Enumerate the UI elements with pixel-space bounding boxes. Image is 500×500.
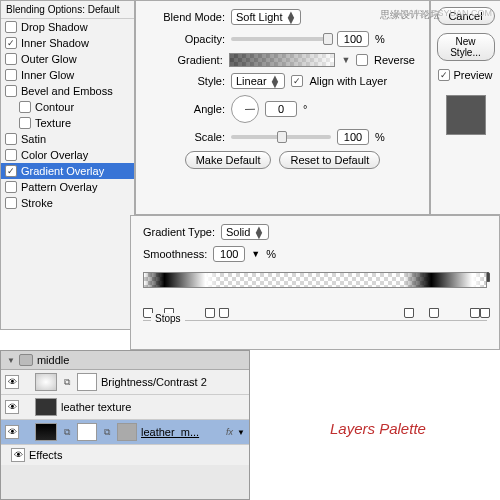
folder-icon [19,354,33,366]
style-item-inner-glow[interactable]: Inner Glow [1,67,134,83]
style-label: Pattern Overlay [21,181,97,193]
reverse-label: Reverse [374,54,415,66]
style-label: Inner Shadow [21,37,89,49]
scale-input[interactable]: 100 [337,129,369,145]
percent-label: % [266,248,276,260]
style-label: Satin [21,133,46,145]
updown-icon: ▲▼ [253,226,264,238]
gradient-label: Gradient: [150,54,223,66]
degree-label: ° [303,103,307,115]
style-value: Linear [236,75,267,87]
color-stop[interactable] [219,308,229,318]
style-item-stroke[interactable]: Stroke [1,195,134,211]
visibility-icon[interactable]: 👁 [5,375,19,389]
layer-thumb [35,398,57,416]
style-item-texture[interactable]: Texture [1,115,134,131]
style-item-outer-glow[interactable]: Outer Glow [1,51,134,67]
style-label: Stroke [21,197,53,209]
gradient-swatch[interactable] [229,53,336,67]
blend-mode-value: Soft Light [236,11,282,23]
link-icon: ⧉ [61,377,73,388]
fx-badge[interactable]: fx [226,427,233,437]
style-label: Contour [35,101,74,113]
style-label: Bevel and Emboss [21,85,113,97]
smoothness-input[interactable]: 100 [213,246,245,262]
style-checkbox[interactable] [5,197,17,209]
color-stop[interactable] [480,308,490,318]
stops-label: Stops [151,313,185,324]
dropdown-icon[interactable]: ▼ [251,249,260,259]
scale-slider[interactable] [231,135,331,139]
color-stop[interactable] [429,308,439,318]
angle-dial[interactable] [231,95,259,123]
style-checkbox[interactable] [5,69,17,81]
reverse-checkbox[interactable] [356,54,368,66]
style-label: Style: [150,75,225,87]
style-label: Drop Shadow [21,21,88,33]
opacity-slider[interactable] [231,37,331,41]
opacity-input[interactable]: 100 [337,31,369,47]
visibility-icon[interactable]: 👁 [5,400,19,414]
style-checkbox[interactable] [19,101,31,113]
gradient-type-select[interactable]: Solid ▲▼ [221,224,269,240]
align-label: Align with Layer [309,75,387,87]
style-item-gradient-overlay[interactable]: Gradient Overlay [1,163,134,179]
style-item-pattern-overlay[interactable]: Pattern Overlay [1,179,134,195]
chevron-down-icon[interactable]: ▼ [237,428,245,437]
mask-thumb [77,423,97,441]
style-checkbox[interactable] [5,181,17,193]
layer-group-header[interactable]: ▼ middle [1,351,249,370]
style-item-drop-shadow[interactable]: Drop Shadow [1,19,134,35]
link-icon: ⧉ [101,427,113,438]
color-stop[interactable] [404,308,414,318]
style-checkbox[interactable] [5,149,17,161]
gradient-bar[interactable] [143,272,487,308]
style-label: Gradient Overlay [21,165,104,177]
style-item-inner-shadow[interactable]: Inner Shadow [1,35,134,51]
layer-name: leather_m... [141,426,199,438]
gradient-type-label: Gradient Type: [143,226,215,238]
reset-default-button[interactable]: Reset to Default [279,151,380,169]
preview-checkbox[interactable] [438,69,450,81]
disclosure-icon: ▼ [7,356,15,365]
style-item-bevel-and-emboss[interactable]: Bevel and Emboss [1,83,134,99]
adjustment-icon [35,373,57,391]
visibility-icon[interactable]: 👁 [11,448,25,462]
new-style-button[interactable]: New Style... [437,33,495,61]
style-item-satin[interactable]: Satin [1,131,134,147]
layer-row[interactable]: 👁 ⧉ ⧉ leather_m... fx ▼ [1,420,249,445]
gradient-type-value: Solid [226,226,250,238]
style-item-color-overlay[interactable]: Color Overlay [1,147,134,163]
style-checkbox[interactable] [5,21,17,33]
gradient-editor: Gradient Type: Solid ▲▼ Smoothness: 100 … [130,215,500,350]
style-label: Texture [35,117,71,129]
group-name: middle [37,354,69,366]
layers-panel: ▼ middle 👁 ⧉ Brightness/Contrast 2 👁 lea… [0,350,250,500]
style-checkbox[interactable] [5,37,17,49]
styles-header: Blending Options: Default [1,1,134,19]
style-label: Color Overlay [21,149,88,161]
style-checkbox[interactable] [19,117,31,129]
updown-icon: ▲▼ [270,75,281,87]
gradient-dropdown-icon[interactable]: ▼ [341,55,350,65]
visibility-icon[interactable]: 👁 [5,425,19,439]
effects-row[interactable]: 👁 Effects [1,445,249,465]
color-stop[interactable] [470,308,480,318]
style-checkbox[interactable] [5,165,17,177]
layer-row[interactable]: 👁 ⧉ Brightness/Contrast 2 [1,370,249,395]
color-stop[interactable] [205,308,215,318]
style-item-contour[interactable]: Contour [1,99,134,115]
blend-mode-select[interactable]: Soft Light ▲▼ [231,9,301,25]
cancel-button[interactable]: Cancel [437,7,495,25]
angle-input[interactable]: 0 [265,101,297,117]
make-default-button[interactable]: Make Default [185,151,272,169]
style-checkbox[interactable] [5,85,17,97]
annotation-label: Layers Palette [330,420,426,437]
mask-thumb [117,423,137,441]
style-checkbox[interactable] [5,53,17,65]
layer-row[interactable]: 👁 leather texture [1,395,249,420]
style-select[interactable]: Linear ▲▼ [231,73,285,89]
angle-label: Angle: [150,103,225,115]
style-checkbox[interactable] [5,133,17,145]
align-checkbox[interactable] [291,75,303,87]
